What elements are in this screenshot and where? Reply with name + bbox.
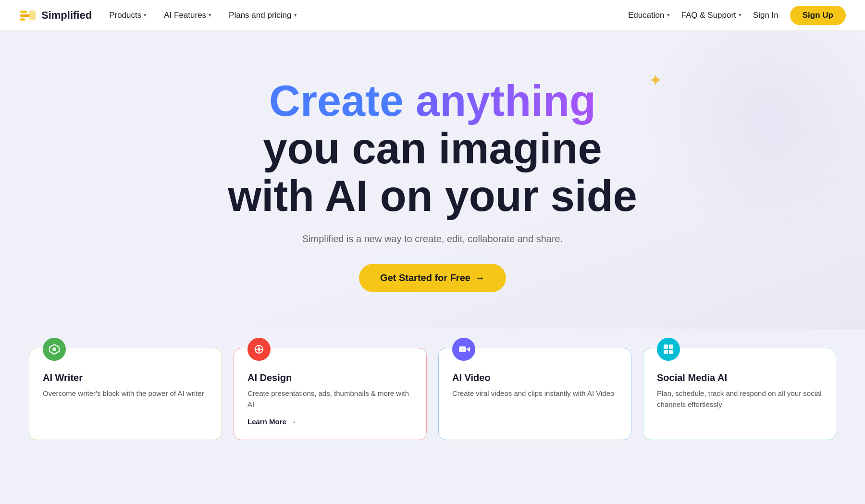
cta-arrow-icon: → <box>475 272 485 283</box>
hero-bg-decoration <box>644 0 865 242</box>
svg-point-9 <box>258 348 260 351</box>
nav-products-label: Products <box>109 11 141 20</box>
card-social-media: Social Media AI Plan, schedule, track an… <box>643 348 836 440</box>
svg-rect-0 <box>20 11 27 13</box>
social-media-desc: Plan, schedule, track and respond on all… <box>657 388 822 410</box>
nav-plans-label: Plans and pricing <box>229 11 291 20</box>
hero-title-line1: Create anything✦ <box>228 77 637 125</box>
svg-rect-3 <box>29 11 36 20</box>
chevron-down-icon: ▾ <box>667 12 670 18</box>
ai-writer-icon <box>43 338 66 361</box>
svg-rect-14 <box>664 350 668 354</box>
learn-more-label: Learn More <box>247 418 286 426</box>
ai-design-learn-more[interactable]: Learn More → <box>247 418 297 426</box>
nav-right: Education ▾ FAQ & Support ▾ Sign In Sign… <box>628 6 846 25</box>
nav-ai-features[interactable]: AI Features ▾ <box>164 11 211 20</box>
ai-writer-desc: Overcome writer's block with the power o… <box>43 388 208 399</box>
sign-up-button[interactable]: Sign Up <box>790 6 846 25</box>
social-icon-svg <box>662 343 675 356</box>
svg-rect-10 <box>459 346 466 352</box>
ai-video-icon <box>452 338 475 361</box>
hero-section: Create anything✦ you can imagine with AI… <box>0 31 865 329</box>
nav-education-label: Education <box>628 11 665 20</box>
hero-anything-word: anything <box>416 77 596 125</box>
product-cards-section: AI Writer Overcome writer's block with t… <box>0 348 865 459</box>
design-icon-svg <box>253 343 265 356</box>
social-media-title: Social Media AI <box>657 372 822 383</box>
cta-label: Get Started for Free <box>380 272 470 283</box>
ai-design-icon <box>247 338 271 361</box>
ai-writer-title: AI Writer <box>43 372 208 383</box>
nav-products[interactable]: Products ▾ <box>109 11 147 20</box>
nav-plans[interactable]: Plans and pricing ▾ <box>229 11 297 20</box>
svg-rect-12 <box>664 344 668 349</box>
sparkle-icon: ✦ <box>649 73 661 88</box>
learn-more-arrow-icon: → <box>289 418 297 426</box>
sign-in-link[interactable]: Sign In <box>753 11 778 20</box>
ai-design-title: AI Design <box>247 372 413 383</box>
navbar: Simplified Products ▾ AI Features ▾ Plan… <box>0 0 865 31</box>
nav-faq[interactable]: FAQ & Support ▾ <box>681 11 741 20</box>
hero-create-word: Create <box>269 77 416 125</box>
card-ai-writer: AI Writer Overcome writer's block with t… <box>29 348 222 440</box>
logo-text: Simplified <box>41 9 92 22</box>
chevron-down-icon: ▾ <box>294 12 297 18</box>
social-media-icon <box>657 338 680 361</box>
nav-education[interactable]: Education ▾ <box>628 11 670 20</box>
ai-video-title: AI Video <box>452 372 618 383</box>
svg-rect-15 <box>669 350 673 354</box>
hero-title: Create anything✦ you can imagine with AI… <box>228 77 637 220</box>
hero-title-line3: with AI on your side <box>228 172 637 220</box>
nav-ai-features-label: AI Features <box>164 11 206 20</box>
svg-point-5 <box>52 347 56 351</box>
svg-rect-2 <box>20 18 25 21</box>
hero-subtitle: Simplified is a new way to create, edit,… <box>302 234 563 245</box>
svg-rect-1 <box>20 14 30 17</box>
svg-rect-13 <box>669 344 673 349</box>
chevron-down-icon: ▾ <box>209 12 211 18</box>
logo-icon <box>19 7 37 24</box>
nav-left: Simplified Products ▾ AI Features ▾ Plan… <box>19 7 297 24</box>
logo-link[interactable]: Simplified <box>19 7 92 24</box>
card-ai-design: AI Design Create presentations, ads, thu… <box>234 348 427 440</box>
svg-marker-11 <box>466 347 470 352</box>
hero-title-line2: you can imagine <box>263 124 602 172</box>
chevron-down-icon: ▾ <box>144 12 147 18</box>
card-ai-video: AI Video Create viral videos and clips i… <box>438 348 631 440</box>
writer-icon-svg <box>48 343 61 356</box>
chevron-down-icon: ▾ <box>739 12 741 18</box>
ai-video-desc: Create viral videos and clips instantly … <box>452 388 618 399</box>
video-icon-svg <box>457 343 470 356</box>
nav-faq-label: FAQ & Support <box>681 11 736 20</box>
ai-design-desc: Create presentations, ads, thumbnails & … <box>247 388 413 410</box>
get-started-button[interactable]: Get Started for Free → <box>359 264 506 292</box>
